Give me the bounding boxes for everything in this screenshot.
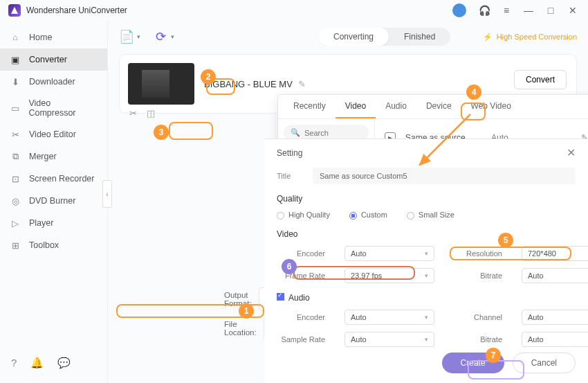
maximize-icon[interactable]: □	[544, 5, 558, 16]
cancel-button[interactable]: Cancel	[513, 353, 576, 373]
compressor-icon: ▭	[10, 103, 20, 114]
select-value: 23.97 fps	[351, 271, 382, 280]
close-icon[interactable]: ✕	[567, 146, 576, 159]
video-bitrate-select[interactable]: Auto▾	[522, 268, 588, 283]
trim-icon[interactable]: ✂	[129, 108, 137, 118]
format-tabs: Recently Video Audio Device Web Video	[278, 95, 588, 119]
search-icon: 🔍	[291, 128, 300, 137]
avatar[interactable]	[452, 3, 466, 17]
close-icon[interactable]: ✕	[566, 5, 580, 16]
radio-custom[interactable]: Custom	[349, 211, 387, 220]
audio-channel-select[interactable]: Auto▾	[522, 310, 588, 325]
bell-icon[interactable]: 🔔	[30, 357, 44, 369]
toolbar: 📄▾ ⟳▾ Converting Finished ⚡High Speed Co…	[119, 28, 577, 46]
sidebar-item-label: DVD Burner	[29, 196, 75, 206]
sidebar-item-recorder[interactable]: ⊡Screen Recorder	[0, 168, 107, 190]
setting-heading: Setting	[277, 148, 302, 158]
radio-high-quality[interactable]: High Quality	[277, 211, 330, 220]
chevron-down-icon[interactable]: ▾	[171, 33, 174, 40]
sidebar-item-label: Screen Recorder	[29, 174, 95, 184]
add-url-button[interactable]: ⟳	[153, 29, 168, 44]
sidebar-footer: ? 🔔 💬	[0, 350, 107, 383]
add-file-button[interactable]: 📄	[119, 29, 134, 44]
tab-recently[interactable]: Recently	[284, 95, 336, 118]
window-controls: 🎧 ≡ — □ ✕	[452, 3, 580, 17]
toolbox-icon: ⊞	[10, 240, 21, 251]
audio-heading-text: Audio	[288, 293, 310, 303]
chevron-down-icon: ▾	[425, 250, 428, 257]
audio-samplerate-select[interactable]: Auto▾	[344, 332, 434, 347]
video-heading: Video	[277, 229, 576, 239]
card-actions: ✂ ◫	[129, 108, 155, 118]
tab-webvideo[interactable]: Web Video	[461, 95, 521, 118]
tab-finished[interactable]: Finished	[389, 28, 450, 46]
crop-icon[interactable]: ◫	[147, 108, 155, 118]
chevron-down-icon: ▾	[425, 314, 428, 321]
radio-label: Custom	[361, 211, 387, 219]
editor-icon: ✂	[10, 129, 21, 140]
sidebar-item-label: Video Compressor	[28, 98, 98, 118]
sidebar-item-converter[interactable]: ▣Converter	[0, 48, 107, 71]
title-label: Title	[277, 172, 304, 180]
audio-bitrate-select[interactable]: Auto▾	[522, 332, 588, 347]
audio-checkbox[interactable]	[277, 293, 284, 301]
high-speed-conversion[interactable]: ⚡High Speed Conversion	[483, 33, 577, 42]
tab-video[interactable]: Video	[336, 95, 376, 118]
sidebar-item-home[interactable]: ⌂Home	[0, 26, 107, 48]
sidebar-item-label: Video Editor	[29, 130, 76, 139]
hsc-label: High Speed Conversion	[497, 33, 577, 41]
sidebar-item-editor[interactable]: ✂Video Editor	[0, 123, 107, 145]
audio-encoder-select[interactable]: Auto▾	[344, 310, 434, 325]
file-location-label: File Location:	[224, 320, 257, 337]
sidebar-item-label: Toolbox	[29, 240, 59, 250]
tab-device[interactable]: Device	[416, 95, 461, 118]
sidebar-item-player[interactable]: ▷Player	[0, 212, 107, 234]
output-format-label: Output Format:	[224, 291, 252, 308]
chevron-down-icon[interactable]: ▾	[137, 33, 140, 40]
select-value: Auto	[351, 313, 367, 321]
quality-heading: Quality	[277, 194, 576, 204]
sidebar-item-downloader[interactable]: ⬇Downloader	[0, 71, 107, 93]
convert-button[interactable]: Convert	[514, 70, 567, 89]
resolution-label: Resolution	[454, 249, 502, 258]
radio-label: High Quality	[288, 211, 330, 219]
chat-icon[interactable]: 💬	[57, 357, 71, 369]
minimize-icon[interactable]: —	[522, 5, 535, 16]
card-title-row: BIGBANG - BLUE MV ✎	[204, 79, 306, 89]
edit-title-icon[interactable]: ✎	[298, 79, 306, 89]
select-value: Auto	[528, 313, 544, 321]
file-title: BIGBANG - BLUE MV	[204, 79, 293, 89]
select-value: Auto	[528, 335, 544, 344]
chevron-down-icon: ▾	[425, 336, 428, 343]
tab-audio[interactable]: Audio	[376, 95, 416, 118]
sidebar-item-toolbox[interactable]: ⊞Toolbox	[0, 234, 107, 256]
radio-small-size[interactable]: Small Size	[407, 211, 454, 220]
headset-icon[interactable]: 🎧	[477, 5, 491, 16]
recorder-icon: ⊡	[10, 173, 21, 184]
tab-converting[interactable]: Converting	[318, 28, 389, 46]
bolt-icon: ⚡	[483, 33, 493, 42]
title-input[interactable]	[313, 168, 576, 184]
chevron-down-icon: ▾	[425, 272, 428, 279]
titlebar: Wondershare UniConverter 🎧 ≡ — □ ✕	[0, 0, 588, 21]
dvd-icon: ◎	[10, 195, 21, 206]
create-button[interactable]: Create	[442, 353, 504, 373]
select-value: 720*480	[528, 249, 556, 258]
sidebar-item-dvd[interactable]: ◎DVD Burner	[0, 190, 107, 212]
select-value: Auto	[528, 271, 544, 280]
help-icon[interactable]: ?	[11, 357, 17, 369]
menu-icon[interactable]: ≡	[499, 5, 513, 16]
video-resolution-select[interactable]: 720*480▾	[522, 246, 588, 261]
video-encoder-select[interactable]: Auto▾	[344, 246, 434, 261]
task-tabs: Converting Finished	[318, 28, 450, 46]
app-title: Wondershare UniConverter	[26, 6, 452, 15]
bottom-bar: Output Format: MP4 Video ▾ File Location…	[224, 285, 256, 343]
sidebar-item-label: Player	[29, 218, 53, 228]
sidebar-item-merger[interactable]: ⧉Merger	[0, 145, 107, 168]
downloader-icon: ⬇	[10, 76, 21, 87]
radio-label: Small Size	[419, 211, 454, 219]
video-framerate-select[interactable]: 23.97 fps▾	[344, 268, 434, 283]
thumbnail[interactable]	[128, 63, 194, 105]
sidebar-item-compressor[interactable]: ▭Video Compressor	[0, 93, 107, 123]
encoder-label: Encoder	[277, 249, 325, 258]
